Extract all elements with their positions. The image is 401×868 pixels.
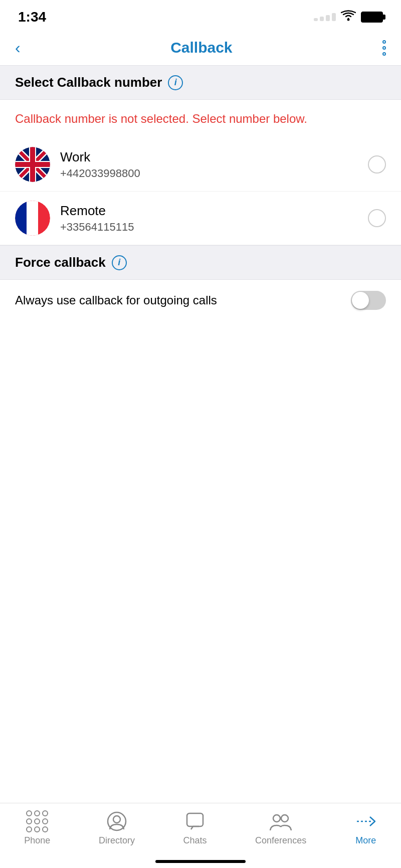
work-number-value: +442033998800: [60, 167, 358, 180]
work-radio-button[interactable]: [368, 155, 386, 173]
directory-icon: [106, 810, 128, 832]
svg-rect-17: [187, 813, 203, 826]
force-callback-toggle[interactable]: [351, 291, 386, 310]
work-number-item[interactable]: Work +442033998800: [0, 138, 401, 192]
remote-number-item[interactable]: Remote +33564115115: [0, 192, 401, 245]
force-callback-toggle-row: Always use callback for outgoing calls: [0, 280, 401, 321]
more-dot-3: [382, 52, 386, 56]
uk-flag-icon: [15, 147, 50, 182]
status-bar: 1:34: [0, 0, 401, 30]
nav-item-more[interactable]: More: [355, 810, 377, 846]
nav-label-phone: Phone: [24, 835, 50, 846]
more-button[interactable]: [382, 40, 386, 56]
error-message: Callback number is not selected. Select …: [0, 100, 401, 138]
svg-point-0: [347, 19, 350, 21]
more-icon: [355, 810, 377, 832]
toggle-knob: [352, 292, 369, 309]
select-callback-header: Select Callback number i: [0, 65, 401, 100]
remote-radio-button[interactable]: [368, 209, 386, 227]
force-callback-info-icon[interactable]: i: [112, 255, 127, 270]
nav-item-phone[interactable]: Phone: [24, 810, 50, 846]
nav-label-chats: Chats: [183, 835, 207, 846]
force-callback-toggle-label: Always use callback for outgoing calls: [15, 293, 217, 307]
more-dot-2: [382, 46, 386, 50]
bottom-nav: Phone Directory Chats: [0, 803, 401, 868]
fr-flag-icon: [15, 201, 50, 236]
status-time: 1:34: [18, 9, 46, 25]
force-callback-title: Force callback: [15, 255, 106, 270]
select-callback-info-icon[interactable]: i: [168, 75, 183, 90]
nav-item-chats[interactable]: Chats: [183, 810, 207, 846]
conferences-icon: [270, 810, 292, 832]
signal-icon: [314, 13, 336, 21]
wifi-icon: [341, 10, 356, 25]
phone-icon: [26, 810, 48, 832]
nav-item-conferences[interactable]: Conferences: [255, 810, 306, 846]
page-title: Callback: [170, 39, 232, 56]
svg-point-19: [281, 815, 288, 822]
force-callback-header: Force callback i: [0, 245, 401, 280]
remote-number-name: Remote: [60, 203, 358, 219]
select-callback-title: Select Callback number: [15, 75, 162, 90]
nav-bar: ‹ Callback: [0, 30, 401, 65]
remote-number-info: Remote +33564115115: [60, 203, 358, 234]
work-number-name: Work: [60, 149, 358, 165]
nav-label-conferences: Conferences: [255, 835, 306, 846]
status-icons: [314, 10, 383, 25]
remote-number-value: +33564115115: [60, 221, 358, 234]
home-indicator: [155, 860, 246, 863]
nav-label-directory: Directory: [99, 835, 135, 846]
nav-label-more: More: [355, 835, 376, 846]
chats-icon: [184, 810, 206, 832]
nav-item-directory[interactable]: Directory: [99, 810, 135, 846]
svg-rect-10: [15, 162, 50, 167]
work-number-info: Work +442033998800: [60, 149, 358, 180]
more-dot-1: [382, 40, 386, 44]
svg-rect-14: [15, 201, 27, 236]
back-button[interactable]: ‹: [15, 39, 21, 57]
battery-icon: [361, 12, 383, 23]
svg-point-18: [273, 815, 280, 822]
svg-point-16: [113, 816, 120, 823]
